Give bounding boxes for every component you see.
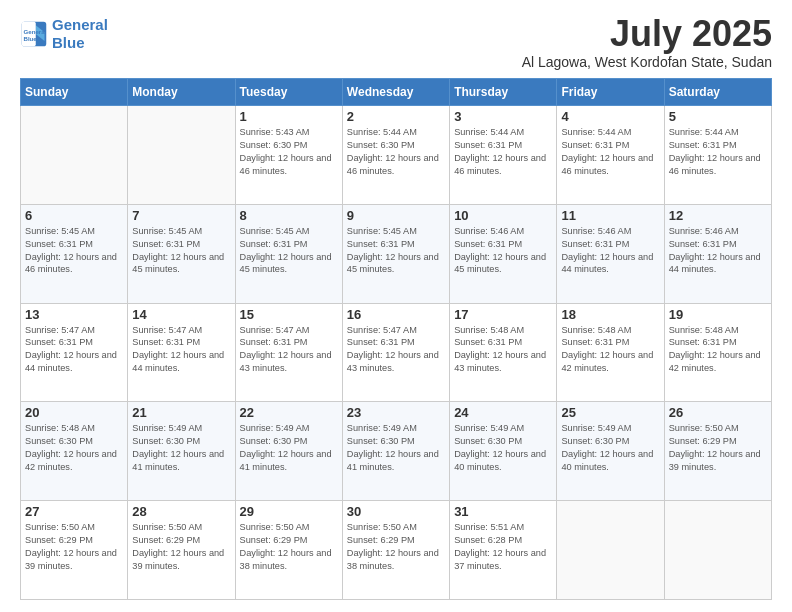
day-number: 4 xyxy=(561,109,659,124)
calendar-header-row: Sunday Monday Tuesday Wednesday Thursday… xyxy=(21,79,772,106)
day-number: 31 xyxy=(454,504,552,519)
calendar-cell-w3-d2: 14Sunrise: 5:47 AM Sunset: 6:31 PM Dayli… xyxy=(128,303,235,402)
calendar-cell-w5-d6 xyxy=(557,501,664,600)
day-number: 29 xyxy=(240,504,338,519)
day-info: Sunrise: 5:50 AM Sunset: 6:29 PM Dayligh… xyxy=(132,521,230,573)
day-info: Sunrise: 5:49 AM Sunset: 6:30 PM Dayligh… xyxy=(454,422,552,474)
day-info: Sunrise: 5:44 AM Sunset: 6:30 PM Dayligh… xyxy=(347,126,445,178)
day-info: Sunrise: 5:47 AM Sunset: 6:31 PM Dayligh… xyxy=(347,324,445,376)
day-number: 20 xyxy=(25,405,123,420)
calendar-cell-w1-d6: 4Sunrise: 5:44 AM Sunset: 6:31 PM Daylig… xyxy=(557,106,664,205)
day-info: Sunrise: 5:45 AM Sunset: 6:31 PM Dayligh… xyxy=(240,225,338,277)
day-info: Sunrise: 5:48 AM Sunset: 6:30 PM Dayligh… xyxy=(25,422,123,474)
day-number: 7 xyxy=(132,208,230,223)
day-info: Sunrise: 5:44 AM Sunset: 6:31 PM Dayligh… xyxy=(454,126,552,178)
day-info: Sunrise: 5:43 AM Sunset: 6:30 PM Dayligh… xyxy=(240,126,338,178)
calendar-cell-w5-d7 xyxy=(664,501,771,600)
calendar-week-3: 13Sunrise: 5:47 AM Sunset: 6:31 PM Dayli… xyxy=(21,303,772,402)
calendar-cell-w1-d3: 1Sunrise: 5:43 AM Sunset: 6:30 PM Daylig… xyxy=(235,106,342,205)
title-month: July 2025 xyxy=(522,16,772,52)
calendar-cell-w5-d5: 31Sunrise: 5:51 AM Sunset: 6:28 PM Dayli… xyxy=(450,501,557,600)
day-info: Sunrise: 5:46 AM Sunset: 6:31 PM Dayligh… xyxy=(669,225,767,277)
day-info: Sunrise: 5:50 AM Sunset: 6:29 PM Dayligh… xyxy=(25,521,123,573)
col-monday: Monday xyxy=(128,79,235,106)
day-info: Sunrise: 5:47 AM Sunset: 6:31 PM Dayligh… xyxy=(240,324,338,376)
logo-text: General Blue xyxy=(52,16,108,52)
calendar-cell-w5-d4: 30Sunrise: 5:50 AM Sunset: 6:29 PM Dayli… xyxy=(342,501,449,600)
col-saturday: Saturday xyxy=(664,79,771,106)
logo-line1: General xyxy=(52,16,108,33)
day-info: Sunrise: 5:48 AM Sunset: 6:31 PM Dayligh… xyxy=(669,324,767,376)
col-thursday: Thursday xyxy=(450,79,557,106)
calendar-cell-w2-d4: 9Sunrise: 5:45 AM Sunset: 6:31 PM Daylig… xyxy=(342,204,449,303)
title-block: July 2025 Al Lagowa, West Kordofan State… xyxy=(522,16,772,70)
day-number: 6 xyxy=(25,208,123,223)
page: General Blue General Blue July 2025 Al L… xyxy=(0,0,792,612)
calendar-cell-w4-d5: 24Sunrise: 5:49 AM Sunset: 6:30 PM Dayli… xyxy=(450,402,557,501)
calendar-cell-w3-d6: 18Sunrise: 5:48 AM Sunset: 6:31 PM Dayli… xyxy=(557,303,664,402)
day-info: Sunrise: 5:49 AM Sunset: 6:30 PM Dayligh… xyxy=(240,422,338,474)
calendar-cell-w1-d4: 2Sunrise: 5:44 AM Sunset: 6:30 PM Daylig… xyxy=(342,106,449,205)
calendar-week-4: 20Sunrise: 5:48 AM Sunset: 6:30 PM Dayli… xyxy=(21,402,772,501)
header: General Blue General Blue July 2025 Al L… xyxy=(20,16,772,70)
calendar-cell-w1-d2 xyxy=(128,106,235,205)
day-info: Sunrise: 5:45 AM Sunset: 6:31 PM Dayligh… xyxy=(347,225,445,277)
title-location: Al Lagowa, West Kordofan State, Sudan xyxy=(522,54,772,70)
day-info: Sunrise: 5:44 AM Sunset: 6:31 PM Dayligh… xyxy=(669,126,767,178)
logo: General Blue General Blue xyxy=(20,16,108,52)
calendar-cell-w2-d3: 8Sunrise: 5:45 AM Sunset: 6:31 PM Daylig… xyxy=(235,204,342,303)
day-number: 23 xyxy=(347,405,445,420)
calendar-table: Sunday Monday Tuesday Wednesday Thursday… xyxy=(20,78,772,600)
calendar-cell-w2-d1: 6Sunrise: 5:45 AM Sunset: 6:31 PM Daylig… xyxy=(21,204,128,303)
col-tuesday: Tuesday xyxy=(235,79,342,106)
calendar-cell-w3-d3: 15Sunrise: 5:47 AM Sunset: 6:31 PM Dayli… xyxy=(235,303,342,402)
day-info: Sunrise: 5:48 AM Sunset: 6:31 PM Dayligh… xyxy=(561,324,659,376)
day-info: Sunrise: 5:47 AM Sunset: 6:31 PM Dayligh… xyxy=(132,324,230,376)
day-number: 24 xyxy=(454,405,552,420)
calendar-cell-w3-d7: 19Sunrise: 5:48 AM Sunset: 6:31 PM Dayli… xyxy=(664,303,771,402)
calendar-cell-w5-d2: 28Sunrise: 5:50 AM Sunset: 6:29 PM Dayli… xyxy=(128,501,235,600)
svg-text:General: General xyxy=(24,28,47,35)
day-number: 5 xyxy=(669,109,767,124)
calendar-cell-w1-d7: 5Sunrise: 5:44 AM Sunset: 6:31 PM Daylig… xyxy=(664,106,771,205)
calendar-cell-w2-d5: 10Sunrise: 5:46 AM Sunset: 6:31 PM Dayli… xyxy=(450,204,557,303)
day-info: Sunrise: 5:49 AM Sunset: 6:30 PM Dayligh… xyxy=(347,422,445,474)
day-info: Sunrise: 5:50 AM Sunset: 6:29 PM Dayligh… xyxy=(240,521,338,573)
day-info: Sunrise: 5:44 AM Sunset: 6:31 PM Dayligh… xyxy=(561,126,659,178)
calendar-cell-w4-d4: 23Sunrise: 5:49 AM Sunset: 6:30 PM Dayli… xyxy=(342,402,449,501)
day-number: 13 xyxy=(25,307,123,322)
calendar-cell-w3-d5: 17Sunrise: 5:48 AM Sunset: 6:31 PM Dayli… xyxy=(450,303,557,402)
day-number: 21 xyxy=(132,405,230,420)
calendar-cell-w4-d3: 22Sunrise: 5:49 AM Sunset: 6:30 PM Dayli… xyxy=(235,402,342,501)
logo-icon: General Blue xyxy=(20,20,48,48)
calendar-cell-w3-d1: 13Sunrise: 5:47 AM Sunset: 6:31 PM Dayli… xyxy=(21,303,128,402)
day-number: 14 xyxy=(132,307,230,322)
day-info: Sunrise: 5:45 AM Sunset: 6:31 PM Dayligh… xyxy=(25,225,123,277)
svg-text:Blue: Blue xyxy=(24,35,38,42)
calendar-week-1: 1Sunrise: 5:43 AM Sunset: 6:30 PM Daylig… xyxy=(21,106,772,205)
day-number: 2 xyxy=(347,109,445,124)
col-sunday: Sunday xyxy=(21,79,128,106)
day-number: 22 xyxy=(240,405,338,420)
day-info: Sunrise: 5:49 AM Sunset: 6:30 PM Dayligh… xyxy=(561,422,659,474)
day-number: 16 xyxy=(347,307,445,322)
calendar-cell-w2-d7: 12Sunrise: 5:46 AM Sunset: 6:31 PM Dayli… xyxy=(664,204,771,303)
calendar-cell-w2-d2: 7Sunrise: 5:45 AM Sunset: 6:31 PM Daylig… xyxy=(128,204,235,303)
day-number: 27 xyxy=(25,504,123,519)
calendar-cell-w4-d1: 20Sunrise: 5:48 AM Sunset: 6:30 PM Dayli… xyxy=(21,402,128,501)
col-friday: Friday xyxy=(557,79,664,106)
day-info: Sunrise: 5:49 AM Sunset: 6:30 PM Dayligh… xyxy=(132,422,230,474)
day-info: Sunrise: 5:50 AM Sunset: 6:29 PM Dayligh… xyxy=(669,422,767,474)
day-number: 19 xyxy=(669,307,767,322)
day-info: Sunrise: 5:45 AM Sunset: 6:31 PM Dayligh… xyxy=(132,225,230,277)
calendar-cell-w1-d1 xyxy=(21,106,128,205)
day-number: 9 xyxy=(347,208,445,223)
day-info: Sunrise: 5:47 AM Sunset: 6:31 PM Dayligh… xyxy=(25,324,123,376)
day-number: 18 xyxy=(561,307,659,322)
day-number: 11 xyxy=(561,208,659,223)
day-info: Sunrise: 5:51 AM Sunset: 6:28 PM Dayligh… xyxy=(454,521,552,573)
day-number: 1 xyxy=(240,109,338,124)
day-info: Sunrise: 5:50 AM Sunset: 6:29 PM Dayligh… xyxy=(347,521,445,573)
day-number: 17 xyxy=(454,307,552,322)
day-number: 15 xyxy=(240,307,338,322)
